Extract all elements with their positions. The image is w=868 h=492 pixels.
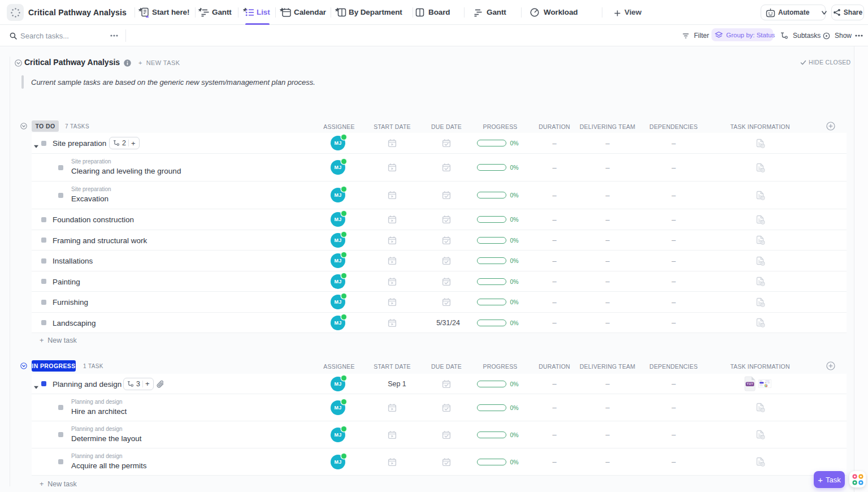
svg-text:TXT: TXT (747, 382, 753, 386)
